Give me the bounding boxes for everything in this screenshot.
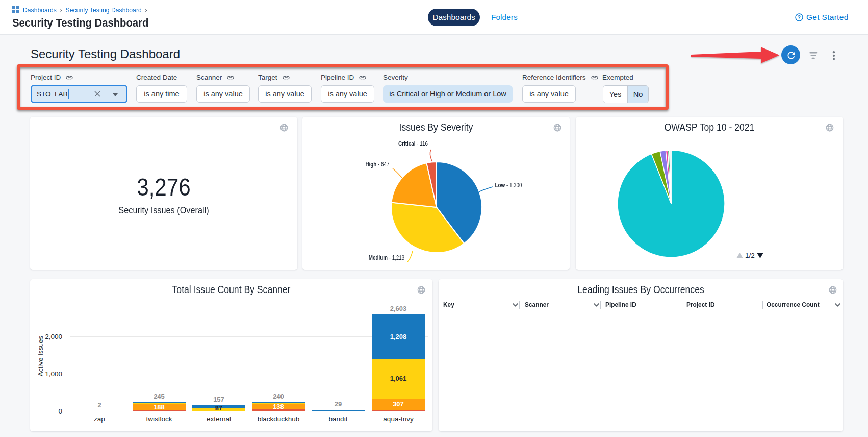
svg-text:?: ? — [798, 15, 801, 20]
